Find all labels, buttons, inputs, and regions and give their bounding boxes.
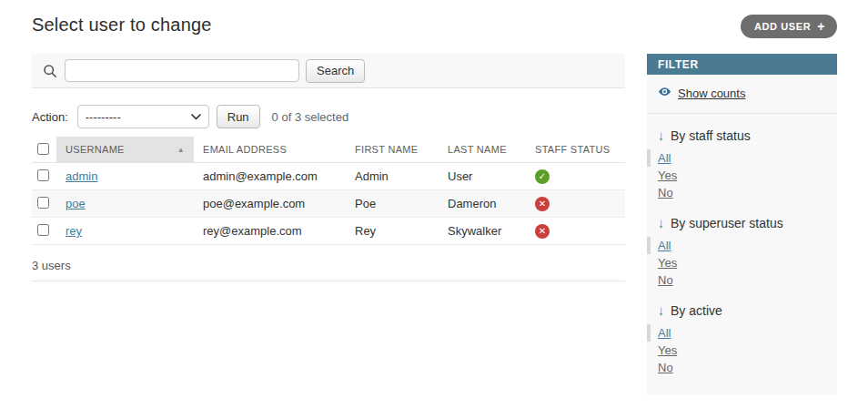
last-name-cell: Dameron bbox=[439, 190, 526, 218]
filter-section-heading: ↓ By active bbox=[658, 303, 826, 318]
filter-option-all[interactable]: All bbox=[647, 324, 837, 342]
search-button[interactable]: Search bbox=[306, 59, 365, 83]
filter-section-heading-label: By staff status bbox=[671, 128, 751, 143]
last-name-cell: Skywalker bbox=[439, 218, 526, 245]
run-button[interactable]: Run bbox=[217, 105, 260, 128]
result-count: 3 users bbox=[32, 245, 625, 281]
action-select-value: --------- bbox=[86, 110, 121, 124]
page-header: Select user to change ADD USER + bbox=[32, 15, 837, 38]
main-column: Search Action: --------- Run 0 of 3 sele… bbox=[32, 54, 625, 281]
action-label: Action: bbox=[32, 110, 68, 124]
last-name-cell: User bbox=[439, 163, 526, 190]
down-arrow-icon: ↓ bbox=[658, 216, 664, 230]
column-header-username[interactable]: USERNAME ▲ bbox=[56, 137, 194, 163]
filter-option-yes[interactable]: Yes bbox=[647, 167, 837, 184]
email-cell: rey@example.com bbox=[194, 218, 346, 245]
filter-section-superuser-status: ↓ By superuser status All Yes No bbox=[647, 216, 837, 289]
filter-option-all[interactable]: All bbox=[647, 237, 837, 254]
add-user-button-label: ADD USER bbox=[754, 21, 811, 32]
selection-count: 0 of 3 selected bbox=[272, 110, 349, 124]
filter-option-no[interactable]: No bbox=[647, 271, 837, 289]
row-checkbox[interactable] bbox=[37, 169, 49, 181]
filter-option-no[interactable]: No bbox=[647, 359, 837, 376]
show-counts-row: Show counts bbox=[647, 75, 837, 114]
first-name-cell: Admin bbox=[346, 163, 439, 190]
email-cell: admin@example.com bbox=[194, 163, 346, 190]
page-title: Select user to change bbox=[32, 15, 212, 36]
row-checkbox-cell bbox=[32, 218, 56, 245]
filter-section-heading-label: By active bbox=[671, 303, 722, 318]
staff-false-icon: ✕ bbox=[535, 224, 550, 239]
column-header-email[interactable]: EMAIL ADDRESS bbox=[194, 137, 346, 163]
filter-section-staff-status: ↓ By staff status All Yes No bbox=[647, 128, 837, 201]
first-name-cell: Poe bbox=[346, 190, 439, 218]
filter-section-heading-label: By superuser status bbox=[671, 216, 783, 230]
row-checkbox-cell bbox=[32, 163, 56, 190]
search-toolbar: Search bbox=[32, 54, 625, 88]
row-checkbox-cell bbox=[32, 190, 56, 218]
add-user-button[interactable]: ADD USER + bbox=[741, 15, 837, 38]
chevron-down-icon bbox=[191, 114, 201, 120]
filter-option-all[interactable]: All bbox=[647, 149, 837, 167]
username-link[interactable]: poe bbox=[66, 197, 86, 210]
user-table: USERNAME ▲ EMAIL ADDRESS FIRST NAME LAST… bbox=[32, 137, 625, 245]
column-header-staff-status[interactable]: STAFF STATUS bbox=[526, 137, 625, 163]
row-checkbox[interactable] bbox=[37, 197, 49, 209]
column-header-username-label: USERNAME bbox=[66, 144, 125, 155]
first-name-cell: Rey bbox=[346, 218, 439, 245]
filter-section-active: ↓ By active All Yes No bbox=[647, 303, 837, 376]
plus-icon: + bbox=[817, 22, 825, 31]
table-row: admin admin@example.com Admin User ✓ bbox=[32, 163, 625, 190]
select-all-checkbox[interactable] bbox=[37, 143, 49, 155]
filter-section-heading: ↓ By superuser status bbox=[658, 216, 826, 230]
changelist-page: Select user to change ADD USER + Search … bbox=[0, 0, 868, 394]
actions-bar: Action: --------- Run 0 of 3 selected bbox=[32, 105, 625, 128]
filter-title: FILTER bbox=[647, 54, 837, 75]
search-input[interactable] bbox=[65, 59, 299, 82]
filter-sidebar: FILTER Show counts ↓ By staff status All bbox=[647, 54, 837, 394]
filter-option-yes[interactable]: Yes bbox=[647, 254, 837, 271]
search-icon bbox=[43, 64, 57, 78]
filter-option-no[interactable]: No bbox=[647, 184, 837, 201]
column-header-last-name[interactable]: LAST NAME bbox=[439, 137, 526, 163]
show-counts-link[interactable]: Show counts bbox=[678, 87, 745, 100]
sort-asc-icon[interactable]: ▲ bbox=[177, 146, 185, 154]
table-row: poe poe@example.com Poe Dameron ✕ bbox=[32, 190, 625, 218]
username-link[interactable]: rey bbox=[66, 224, 82, 238]
email-cell: poe@example.com bbox=[194, 190, 346, 218]
table-header-row: USERNAME ▲ EMAIL ADDRESS FIRST NAME LAST… bbox=[32, 137, 625, 163]
filter-option-yes[interactable]: Yes bbox=[647, 342, 837, 359]
select-all-header-cell bbox=[32, 137, 56, 163]
down-arrow-icon: ↓ bbox=[658, 128, 664, 143]
row-checkbox[interactable] bbox=[37, 224, 49, 236]
column-header-first-name[interactable]: FIRST NAME bbox=[346, 137, 439, 163]
action-select[interactable]: --------- bbox=[77, 105, 209, 128]
content: Search Action: --------- Run 0 of 3 sele… bbox=[32, 54, 837, 394]
table-row: rey rey@example.com Rey Skywalker ✕ bbox=[32, 218, 625, 245]
down-arrow-icon: ↓ bbox=[658, 303, 664, 318]
username-link[interactable]: admin bbox=[66, 169, 97, 183]
staff-false-icon: ✕ bbox=[535, 197, 550, 211]
eye-icon bbox=[658, 85, 671, 102]
staff-true-icon: ✓ bbox=[535, 169, 550, 184]
filter-section-heading: ↓ By staff status bbox=[658, 128, 826, 143]
